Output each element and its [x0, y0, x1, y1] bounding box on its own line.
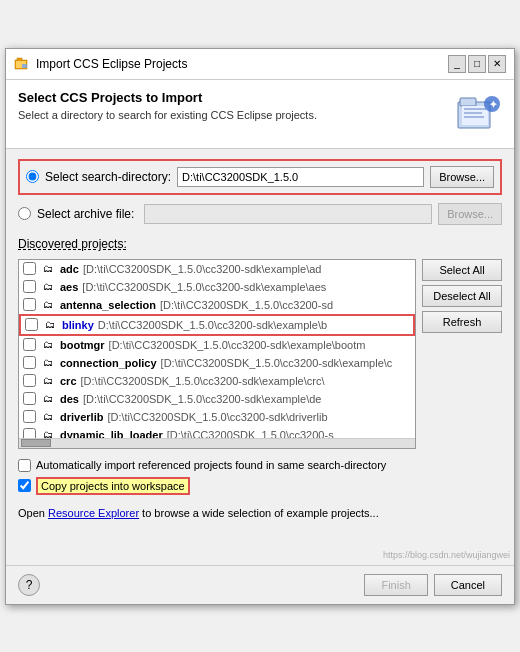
- project-icon: 🗂: [40, 355, 56, 371]
- project-checkbox-crc[interactable]: [23, 374, 36, 387]
- header-title: Select CCS Projects to Import: [18, 90, 444, 105]
- search-dir-label: Select search-directory:: [45, 170, 171, 184]
- archive-label: Select archive file:: [37, 207, 134, 221]
- search-dir-input[interactable]: [177, 167, 424, 187]
- project-checkbox-aes[interactable]: [23, 280, 36, 293]
- resource-explorer-link[interactable]: Resource Explorer: [48, 507, 139, 519]
- project-item[interactable]: 🗂 des [D:\ti\CC3200SDK_1.5.0\cc3200-sdk\…: [19, 390, 415, 408]
- project-item[interactable]: 🗂 driverlib [D:\ti\CC3200SDK_1.5.0\cc320…: [19, 408, 415, 426]
- select-all-button[interactable]: Select All: [422, 259, 502, 281]
- auto-import-checkbox[interactable]: [18, 459, 31, 472]
- project-item[interactable]: 🗂 adc [D:\ti\CC3200SDK_1.5.0\cc3200-sdk\…: [19, 260, 415, 278]
- svg-rect-8: [464, 112, 482, 114]
- footer-buttons: Finish Cancel: [364, 574, 502, 596]
- horizontal-scrollbar[interactable]: [19, 438, 415, 448]
- import-dialog: Import CCS Eclipse Projects _ □ ✕ Select…: [5, 48, 515, 605]
- footer: ? Finish Cancel: [6, 565, 514, 604]
- archive-section: Select archive file: Browse...: [18, 201, 502, 227]
- help-button[interactable]: ?: [18, 574, 40, 596]
- dialog-icon: [14, 56, 30, 72]
- project-item[interactable]: 🗂 antenna_selection [D:\ti\CC3200SDK_1.5…: [19, 296, 415, 314]
- project-checkbox-blinky[interactable]: [25, 318, 38, 331]
- project-icon: 🗂: [40, 373, 56, 389]
- project-item[interactable]: 🗂 bootmgr [D:\ti\CC3200SDK_1.5.0\cc3200-…: [19, 336, 415, 354]
- discovered-label-row: Discovered projects:: [18, 237, 502, 251]
- project-checkbox-des[interactable]: [23, 392, 36, 405]
- header-subtitle: Select a directory to search for existin…: [18, 109, 444, 121]
- search-dir-radio-row: Select search-directory: Browse...: [26, 166, 494, 188]
- title-bar: Import CCS Eclipse Projects _ □ ✕: [6, 49, 514, 80]
- archive-radio[interactable]: [18, 207, 31, 220]
- svg-rect-5: [460, 98, 476, 106]
- auto-import-row: Automatically import referenced projects…: [18, 459, 502, 472]
- watermark: https://blog.csdn.net/wujiangwei: [6, 549, 514, 561]
- wizard-icon: ✦: [454, 90, 502, 138]
- project-icon: 🗂: [40, 279, 56, 295]
- project-icon: 🗂: [40, 261, 56, 277]
- minimize-button[interactable]: _: [448, 55, 466, 73]
- copy-projects-row: Copy projects into workspace: [18, 477, 502, 495]
- bottom-checkboxes: Automatically import referenced projects…: [18, 459, 502, 495]
- auto-import-label: Automatically import referenced projects…: [36, 459, 386, 471]
- spacer: [6, 529, 514, 549]
- resource-link-row: Open Resource Explorer to browse a wide …: [18, 507, 502, 519]
- project-icon: 🗂: [40, 409, 56, 425]
- project-icon: 🗂: [42, 317, 58, 333]
- project-item-blinky[interactable]: 🗂 blinky D:\ti\CC3200SDK_1.5.0\cc3200-sd…: [19, 314, 415, 336]
- project-item[interactable]: 🗂 connection_policy [D:\ti\CC3200SDK_1.5…: [19, 354, 415, 372]
- header-section: Select CCS Projects to Import Select a d…: [6, 80, 514, 149]
- project-checkbox-driverlib[interactable]: [23, 410, 36, 423]
- maximize-button[interactable]: □: [468, 55, 486, 73]
- close-button[interactable]: ✕: [488, 55, 506, 73]
- copy-projects-label: Copy projects into workspace: [36, 477, 190, 495]
- project-item[interactable]: 🗂 crc [D:\ti\CC3200SDK_1.5.0\cc3200-sdk\…: [19, 372, 415, 390]
- project-icon: 🗂: [40, 391, 56, 407]
- svg-text:✦: ✦: [489, 99, 498, 110]
- archive-input[interactable]: [144, 204, 432, 224]
- discovered-label: Discovered projects:: [18, 237, 127, 251]
- search-dir-section: Select search-directory: Browse...: [18, 159, 502, 195]
- dialog-title: Import CCS Eclipse Projects: [36, 57, 442, 71]
- svg-rect-7: [464, 108, 486, 110]
- resource-link-suffix: to browse a wide selection of example pr…: [139, 507, 379, 519]
- project-icon: 🗂: [40, 337, 56, 353]
- project-checkbox-connection[interactable]: [23, 356, 36, 369]
- project-checkbox-bootmgr[interactable]: [23, 338, 36, 351]
- header-text: Select CCS Projects to Import Select a d…: [18, 90, 444, 121]
- project-item[interactable]: 🗂 aes [D:\ti\CC3200SDK_1.5.0\cc3200-sdk\…: [19, 278, 415, 296]
- projects-list[interactable]: 🗂 adc [D:\ti\CC3200SDK_1.5.0\cc3200-sdk\…: [18, 259, 416, 449]
- content-area: Select search-directory: Browse... Selec…: [6, 149, 514, 529]
- svg-rect-9: [464, 116, 484, 118]
- svg-rect-3: [22, 64, 27, 68]
- resource-link-prefix: Open: [18, 507, 48, 519]
- copy-projects-checkbox[interactable]: [18, 479, 31, 492]
- project-checkbox-antenna[interactable]: [23, 298, 36, 311]
- project-checkbox-adc[interactable]: [23, 262, 36, 275]
- projects-area: 🗂 adc [D:\ti\CC3200SDK_1.5.0\cc3200-sdk\…: [18, 259, 502, 449]
- browse-dir-button[interactable]: Browse...: [430, 166, 494, 188]
- finish-button[interactable]: Finish: [364, 574, 427, 596]
- side-buttons: Select All Deselect All Refresh: [422, 259, 502, 449]
- svg-rect-1: [17, 58, 22, 61]
- deselect-all-button[interactable]: Deselect All: [422, 285, 502, 307]
- browse-archive-button[interactable]: Browse...: [438, 203, 502, 225]
- cancel-button[interactable]: Cancel: [434, 574, 502, 596]
- refresh-button[interactable]: Refresh: [422, 311, 502, 333]
- project-icon: 🗂: [40, 297, 56, 313]
- title-bar-controls: _ □ ✕: [448, 55, 506, 73]
- search-dir-radio[interactable]: [26, 170, 39, 183]
